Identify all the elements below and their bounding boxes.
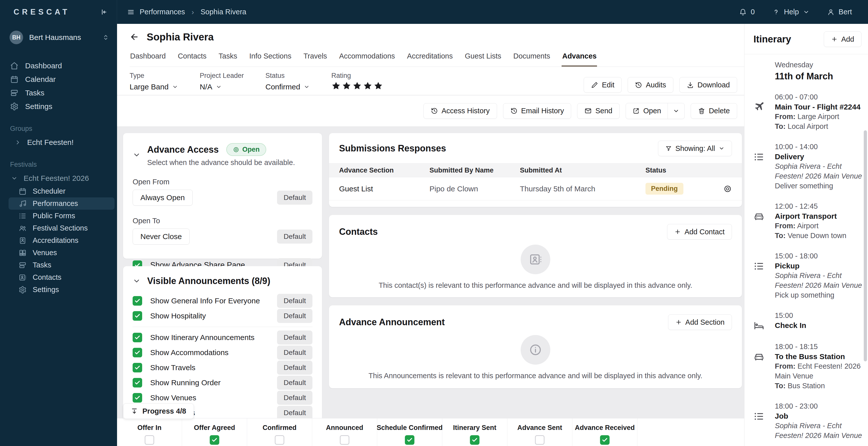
- history-icon: [510, 107, 518, 115]
- open-dropdown-caret[interactable]: [668, 103, 684, 119]
- star-icon[interactable]: [342, 81, 351, 91]
- filter-value-dropdown[interactable]: Large Band: [130, 83, 178, 91]
- tab[interactable]: Dashboard: [130, 48, 166, 67]
- open-to-value-button[interactable]: Never Close: [133, 228, 190, 245]
- sidebar-festival-item[interactable]: Public Forms: [0, 210, 117, 222]
- showing-filter-button[interactable]: Showing: All: [658, 140, 732, 156]
- itinerary-entry[interactable]: 15:00 - 18:00 Pickup Sophia Rivera - Ech…: [753, 251, 863, 300]
- star-icon[interactable]: [373, 81, 383, 91]
- breadcrumb-section[interactable]: Performances: [140, 8, 185, 16]
- scrollbar-thumb[interactable]: [864, 130, 867, 361]
- itinerary-entry[interactable]: 06:00 - 07:00 Main Tour - Flight #2244 F…: [753, 92, 863, 131]
- download-button[interactable]: Download: [679, 77, 737, 93]
- sidebar-item[interactable]: Calendar: [0, 72, 117, 86]
- sidebar-festival-item[interactable]: Scheduler: [0, 185, 117, 197]
- status-checkbox[interactable]: [145, 435, 154, 445]
- back-button[interactable]: [130, 32, 139, 42]
- add-section-button[interactable]: Add Section: [668, 314, 732, 330]
- filter-value-dropdown[interactable]: N/A: [200, 83, 244, 91]
- notifications-button[interactable]: 0: [739, 8, 755, 16]
- star-icon[interactable]: [331, 81, 341, 91]
- entry-venue: Sophia Rivera - Echt Feesten! 2026 Main …: [775, 161, 863, 181]
- check-icon: [134, 313, 141, 319]
- filter-value-dropdown[interactable]: Confirmed: [266, 83, 310, 91]
- sidebar-user-switcher[interactable]: BH Bert Hausmans: [0, 30, 117, 45]
- tab[interactable]: Travels: [303, 48, 328, 67]
- announcement-checkbox[interactable]: [133, 348, 142, 357]
- check-icon: [134, 334, 141, 341]
- help-menu[interactable]: Help: [772, 8, 809, 16]
- rating-filter: Rating: [331, 72, 383, 91]
- sidebar-festival-item[interactable]: Performances: [8, 197, 115, 210]
- sidebar-festival-item[interactable]: Contacts: [0, 271, 117, 284]
- collapse-chevron-icon[interactable]: [133, 151, 141, 159]
- tab[interactable]: Info Sections: [249, 48, 292, 67]
- audits-button[interactable]: Audits: [628, 77, 673, 93]
- access-history-button[interactable]: Access History: [424, 103, 497, 119]
- announcement-checkbox[interactable]: [133, 363, 142, 373]
- sidebar-festival-item[interactable]: Accreditations: [0, 234, 117, 247]
- festival-header[interactable]: Echt Feesten! 2026: [0, 171, 117, 185]
- announcement-checkbox[interactable]: [133, 378, 142, 387]
- bell-icon: [739, 8, 747, 16]
- advance-action-bar: Access History Email History Send Open: [117, 95, 744, 126]
- itinerary-entry[interactable]: 12:00 - 12:45 Airport Transport From: Ai…: [753, 201, 863, 241]
- chevron-down-icon: [11, 175, 18, 182]
- tab[interactable]: Documents: [513, 48, 551, 67]
- add-contact-button[interactable]: Add Contact: [667, 224, 732, 240]
- status-cell: Advance Received: [572, 418, 638, 446]
- status-checkbox[interactable]: [275, 435, 284, 445]
- open-button[interactable]: Open: [626, 103, 668, 119]
- star-icon[interactable]: [363, 81, 372, 91]
- default-pill: Default: [277, 376, 312, 390]
- default-pill: Default: [277, 361, 312, 375]
- table-header: Advance Section Submitted By Name Submit…: [329, 163, 742, 177]
- sidebar-item[interactable]: Settings: [0, 100, 117, 113]
- status-checkbox[interactable]: [405, 435, 414, 445]
- status-checkbox[interactable]: [210, 435, 219, 445]
- status-checkbox[interactable]: [535, 435, 545, 445]
- festival-item-icon: [19, 200, 27, 208]
- announcement-checkbox[interactable]: [133, 311, 142, 321]
- itinerary-add-button[interactable]: Add: [824, 31, 862, 47]
- tab[interactable]: Guest Lists: [464, 48, 502, 67]
- sidebar-festival-item[interactable]: Festival Sections: [0, 222, 117, 234]
- tab[interactable]: Advances: [562, 48, 597, 67]
- sidebar-festival-item[interactable]: Tasks: [0, 259, 117, 271]
- tab[interactable]: Contacts: [177, 48, 207, 67]
- announcement-checkbox[interactable]: [133, 296, 142, 306]
- announcement-checkbox[interactable]: [133, 333, 142, 342]
- itinerary-entry[interactable]: 18:00 - 23:00 Job Sophia Rivera - Echt F…: [753, 401, 863, 441]
- itinerary-entry[interactable]: 18:00 - 18:15 To the Buss Station From: …: [753, 342, 863, 391]
- sidebar-group-item[interactable]: Echt Feesten!: [0, 136, 117, 149]
- itinerary-entry[interactable]: 10:00 - 14:00 Delivery Sophia Rivera - E…: [753, 142, 863, 191]
- collapse-chevron-icon[interactable]: [133, 277, 141, 285]
- status-checkbox[interactable]: [470, 435, 479, 445]
- tab[interactable]: Tasks: [218, 48, 238, 67]
- open-from-value-button[interactable]: Always Open: [133, 190, 193, 206]
- sidebar-festival-item[interactable]: Settings: [0, 284, 117, 296]
- email-history-button[interactable]: Email History: [503, 103, 571, 119]
- progress-pill-button[interactable]: Progress 4/8: [123, 403, 194, 419]
- sidebar-item[interactable]: Tasks: [0, 86, 117, 100]
- tab[interactable]: Accommodations: [339, 48, 395, 67]
- status-cell: Confirmed: [247, 418, 312, 446]
- star-icon[interactable]: [352, 81, 362, 91]
- sidebar-collapse-icon[interactable]: [100, 8, 107, 16]
- status-checkbox[interactable]: [600, 435, 610, 445]
- itinerary-entry-icon: [753, 411, 765, 422]
- delete-button[interactable]: Delete: [691, 103, 737, 119]
- status-checkbox[interactable]: [340, 435, 349, 445]
- send-button[interactable]: Send: [577, 103, 620, 119]
- itinerary-entry[interactable]: 15:00 Check In From: To:: [753, 311, 863, 331]
- edit-button[interactable]: Edit: [584, 77, 622, 93]
- table-row[interactable]: Guest List Pipo de Clown Thursday 5th of…: [329, 177, 742, 200]
- user-menu[interactable]: Bert: [827, 8, 852, 16]
- announcement-checkbox[interactable]: [133, 393, 142, 403]
- breadcrumb-menu-icon[interactable]: [127, 8, 135, 16]
- sidebar-festival-item[interactable]: Venues: [0, 247, 117, 259]
- sidebar-item[interactable]: Dashboard: [0, 59, 117, 72]
- rating-stars[interactable]: [331, 81, 383, 91]
- tab[interactable]: Accreditations: [407, 48, 453, 67]
- view-submission-icon[interactable]: [723, 185, 732, 193]
